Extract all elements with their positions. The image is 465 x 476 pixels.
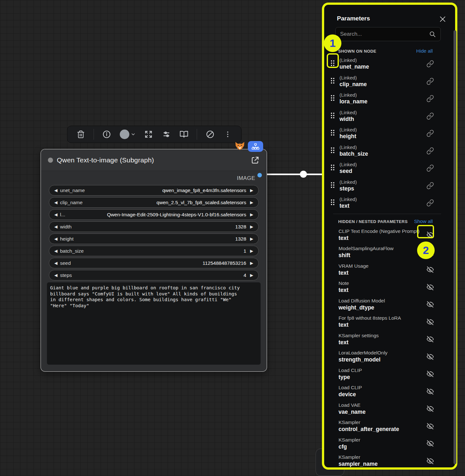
- more-kebab-icon[interactable]: [223, 130, 232, 139]
- subgraph-badge-button[interactable]: [248, 141, 263, 152]
- docs-book-icon[interactable]: [179, 130, 189, 139]
- image-output-port[interactable]: [257, 173, 262, 177]
- drag-handle-icon[interactable]: [331, 182, 335, 189]
- link-icon[interactable]: [426, 78, 434, 85]
- link-icon[interactable]: [426, 199, 434, 207]
- node-color-picker[interactable]: [120, 130, 136, 139]
- link-icon[interactable]: [426, 164, 434, 172]
- hidden-parameter-item[interactable]: Load VAE vae_name: [329, 400, 434, 418]
- drag-handle-icon[interactable]: [331, 147, 335, 154]
- drag-handle-icon[interactable]: [331, 130, 335, 137]
- increment-arrow-icon[interactable]: ▶: [249, 273, 255, 278]
- decrement-arrow-icon[interactable]: ◀: [53, 200, 59, 205]
- link-icon[interactable]: [426, 182, 434, 190]
- link-icon[interactable]: [426, 130, 434, 137]
- eye-off-icon[interactable]: [426, 388, 434, 395]
- prompt-textarea[interactable]: Giant blue and purple big billboard on r…: [47, 282, 261, 365]
- link-icon[interactable]: [426, 147, 434, 155]
- widget-row[interactable]: ◀ steps 4 ▶: [49, 270, 259, 280]
- drag-handle-icon[interactable]: [331, 199, 335, 206]
- panel-scrollbar[interactable]: [454, 30, 456, 464]
- decrement-arrow-icon[interactable]: ◀: [53, 188, 59, 193]
- link-icon[interactable]: [426, 60, 434, 68]
- hidden-parameter-item[interactable]: VRAM Usage text: [329, 261, 434, 279]
- search-input[interactable]: [340, 31, 429, 37]
- search-box[interactable]: [335, 27, 441, 41]
- eye-off-icon[interactable]: [426, 266, 434, 273]
- hidden-parameter-item[interactable]: Load Diffusion Model weight_dtype: [329, 296, 434, 313]
- shown-parameter-item[interactable]: (Linked) unet_name: [329, 55, 434, 73]
- eye-off-icon[interactable]: [426, 283, 434, 291]
- widget-row[interactable]: ◀ height 1328 ▶: [49, 234, 259, 244]
- increment-arrow-icon[interactable]: ▶: [249, 249, 255, 253]
- hidden-parameter-item[interactable]: KSampler control_after_generate: [329, 418, 434, 435]
- hide-all-link[interactable]: Hide all: [416, 48, 433, 54]
- hidden-parameter-item[interactable]: LoraLoaderModelOnly strength_model: [329, 348, 434, 366]
- node-header[interactable]: Qwen Text-to-image (Subgraph): [41, 149, 267, 171]
- increment-arrow-icon[interactable]: ▶: [249, 200, 255, 205]
- shown-parameter-item[interactable]: (Linked) width: [329, 108, 434, 125]
- widget-row[interactable]: ◀ l... Qwen-Image-Edit-2509-Lightning-4s…: [49, 209, 259, 220]
- source-node-name: LoraLoaderModelOnly: [339, 350, 387, 356]
- decrement-arrow-icon[interactable]: ◀: [53, 212, 59, 217]
- eye-off-icon[interactable]: [426, 335, 434, 343]
- decrement-arrow-icon[interactable]: ◀: [53, 261, 59, 265]
- widget-row[interactable]: ◀ width 1328 ▶: [49, 221, 259, 232]
- hidden-parameter-item[interactable]: Note text: [329, 279, 434, 296]
- shown-parameter-item[interactable]: (Linked) clip_name: [329, 73, 434, 90]
- hidden-parameter-item[interactable]: Load CLIP type: [329, 365, 434, 383]
- hidden-parameter-item[interactable]: For fp8 without 8steps LoRA text: [329, 313, 434, 331]
- eye-off-icon[interactable]: [426, 440, 434, 447]
- increment-arrow-icon[interactable]: ▶: [249, 224, 255, 229]
- widget-row[interactable]: ◀ seed 1125488487853216 ▶: [49, 258, 259, 268]
- hidden-parameter-item[interactable]: Load CLIP device: [329, 383, 434, 400]
- shown-parameter-item[interactable]: (Linked) text: [329, 194, 434, 212]
- show-all-link[interactable]: Show all: [414, 219, 433, 224]
- qwen-subgraph-node[interactable]: Qwen Text-to-image (Subgraph) IMAGE ◀ un…: [41, 149, 267, 372]
- eye-off-icon[interactable]: [426, 318, 434, 326]
- node-status-dot: [48, 158, 53, 163]
- drag-handle-icon[interactable]: [331, 95, 335, 102]
- decrement-arrow-icon[interactable]: ◀: [53, 236, 59, 241]
- shown-parameter-item[interactable]: (Linked) seed: [329, 160, 434, 177]
- increment-arrow-icon[interactable]: ▶: [249, 212, 255, 217]
- bypass-ban-icon[interactable]: [205, 130, 215, 139]
- hidden-parameter-item[interactable]: KSampler cfg: [329, 435, 434, 452]
- hidden-parameter-item[interactable]: KSampler settings text: [329, 331, 434, 348]
- eye-off-icon[interactable]: [426, 370, 434, 378]
- drag-handle-icon[interactable]: [331, 78, 335, 85]
- shown-parameter-item[interactable]: (Linked) steps: [329, 177, 434, 195]
- shown-parameter-item[interactable]: (Linked) height: [329, 125, 434, 142]
- widget-row[interactable]: ◀ unet_name qwen_image_fp8_e4m3fn.safete…: [49, 185, 259, 196]
- increment-arrow-icon[interactable]: ▶: [249, 188, 255, 193]
- widget-value: qwen_image_fp8_e4m3fn.safetensors: [162, 188, 246, 193]
- close-icon[interactable]: [439, 16, 446, 23]
- shown-parameter-item[interactable]: (Linked) lora_name: [329, 90, 434, 108]
- link-icon[interactable]: [426, 112, 434, 120]
- color-circle[interactable]: [120, 130, 129, 139]
- open-subgraph-icon[interactable]: [251, 156, 260, 165]
- link-midpoint-dot[interactable]: [300, 171, 307, 178]
- link-icon[interactable]: [426, 95, 434, 102]
- decrement-arrow-icon[interactable]: ◀: [53, 224, 59, 229]
- shown-parameter-item[interactable]: (Linked) batch_size: [329, 142, 434, 160]
- hidden-parameter-item[interactable]: KSampler sampler_name: [329, 452, 434, 470]
- decrement-arrow-icon[interactable]: ◀: [53, 273, 59, 278]
- increment-arrow-icon[interactable]: ▶: [249, 236, 255, 241]
- decrement-arrow-icon[interactable]: ◀: [53, 249, 59, 253]
- increment-arrow-icon[interactable]: ▶: [249, 261, 255, 265]
- settings-sliders-icon[interactable]: [162, 130, 171, 139]
- trash-icon[interactable]: [76, 130, 86, 139]
- widget-row[interactable]: ◀ batch_size 1 ▶: [49, 246, 259, 256]
- drag-handle-icon[interactable]: [331, 165, 335, 172]
- eye-off-icon[interactable]: [426, 405, 434, 413]
- fit-view-icon[interactable]: [144, 130, 153, 139]
- widget-name: clip_name: [60, 200, 83, 205]
- eye-off-icon[interactable]: [426, 353, 434, 361]
- eye-off-icon[interactable]: [426, 457, 434, 465]
- widget-row[interactable]: ◀ clip_name qwen_2.5_vl_7b_fp8_scaled.sa…: [49, 197, 259, 208]
- drag-handle-icon[interactable]: [331, 113, 335, 120]
- info-icon[interactable]: [102, 130, 111, 139]
- eye-off-icon[interactable]: [426, 422, 434, 430]
- eye-off-icon[interactable]: [426, 301, 434, 308]
